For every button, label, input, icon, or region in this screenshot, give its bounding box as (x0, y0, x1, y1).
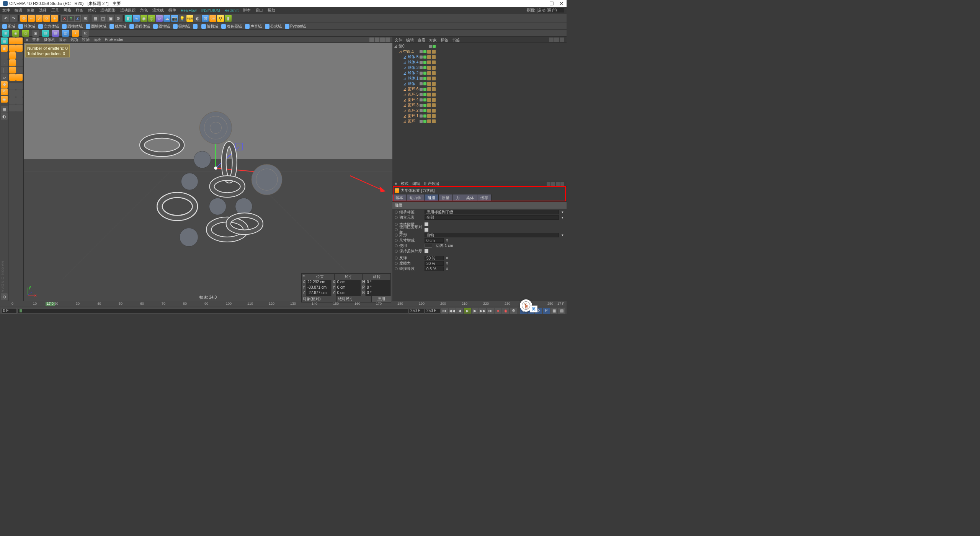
tp-1[interactable] (9, 38, 16, 44)
or-button[interactable]: OR (209, 15, 216, 22)
sub2-btn-2[interactable]: ◎ (22, 30, 29, 37)
sub2-btn-1[interactable]: ◉ (12, 30, 19, 37)
psr-button[interactable]: PSR (186, 15, 193, 22)
menu-文件[interactable]: 文件 (2, 8, 10, 13)
display-shade-button[interactable]: ◐ (1, 113, 8, 120)
vp-menu-过滤[interactable]: 过滤 (82, 37, 90, 42)
cube-button[interactable]: ◧ (125, 15, 132, 22)
tp-5[interactable] (9, 52, 16, 59)
menu-插件[interactable]: 插件 (168, 8, 176, 13)
next-key-button[interactable]: ▶▶ (479, 308, 486, 314)
rotate-button[interactable]: ⟳ (43, 15, 50, 22)
timeline-in[interactable] (2, 308, 17, 314)
sub2-btn-4[interactable]: ⊡ (42, 30, 49, 37)
prev-key-button[interactable]: ◀◀ (449, 308, 456, 314)
tp-3[interactable] (9, 45, 16, 52)
attr-tab-质量[interactable]: 质量 (439, 194, 453, 201)
attr-num-尺寸增减[interactable]: 0 cm (425, 238, 444, 243)
sub-[interactable] (193, 24, 198, 29)
object-mode-button[interactable]: ▣ (1, 45, 8, 52)
tp-20[interactable] (16, 105, 23, 111)
sub-Python域[interactable]: Python域 (285, 24, 306, 29)
sub2-btn-6[interactable]: ◫ (62, 30, 69, 37)
coord-mode-select[interactable]: 对象(相对) (302, 296, 337, 302)
tag-button[interactable]: ◐ (194, 15, 201, 22)
attr-tab-碰撞[interactable]: 碰撞 (425, 194, 439, 201)
menu-工具[interactable]: 工具 (51, 8, 59, 13)
tree-item-圆环.3[interactable]: ⊿圆环.3 (393, 103, 566, 108)
attr-tab-基本[interactable]: 基本 (392, 194, 407, 201)
redo-button[interactable]: ↷ (10, 15, 17, 22)
coord-system-button[interactable]: ⊞ (82, 15, 88, 22)
vp-menu-选项[interactable]: 选项 (70, 37, 78, 42)
menu-INSYDIUM[interactable]: INSYDIUM (201, 8, 220, 13)
menu-帮助[interactable]: 帮助 (268, 8, 275, 13)
volume-button[interactable]: ▮ (225, 15, 232, 22)
sub-图域[interactable]: 图域 (2, 24, 15, 29)
sub-着色器域[interactable]: 着色器域 (221, 24, 242, 29)
attr-menu-mode[interactable]: 模式 (401, 181, 408, 186)
attr-cb-保持柔体外形[interactable]: ✓ (425, 249, 428, 253)
coord-hamburger[interactable]: ≡ (302, 274, 306, 280)
tp-16[interactable] (16, 90, 23, 97)
key-pla-button[interactable]: ▦ (550, 308, 557, 314)
tp-9[interactable] (9, 67, 16, 74)
tp-4[interactable] (16, 45, 23, 52)
object-tree[interactable]: ⊿复0⊿空白.1⊿球体.5⊿球体.4⊿球体.3⊿球体.2⊿球体.1⊿球体⊿圆环.… (392, 43, 567, 181)
tree-item-复0[interactable]: ⊿复0 (393, 44, 566, 49)
spline-button[interactable]: ∿ (133, 15, 140, 22)
objtab-查看[interactable]: 查看 (418, 38, 425, 42)
timeline-out[interactable] (409, 308, 424, 314)
coord-size-mode[interactable]: 绝对尺寸 (337, 296, 372, 302)
attr-num-摩擦力[interactable]: 30 % (425, 261, 444, 266)
tree-item-圆环.5[interactable]: ⊿圆环.5 (393, 92, 566, 97)
sub-远程体域[interactable]: 远程体域 (129, 24, 150, 29)
tree-item-球体[interactable]: ⊿球体 (393, 81, 566, 87)
3d-viewport[interactable]: Number of emitters: 0 Total live particl… (24, 43, 392, 301)
camera-button[interactable]: 📷 (171, 15, 178, 22)
objtab-对象[interactable]: 对象 (429, 38, 437, 42)
vp-icon-1[interactable] (369, 38, 374, 42)
vp-icon-4[interactable] (385, 38, 390, 42)
tp-17[interactable] (9, 97, 16, 104)
attr-field-外形[interactable]: 自动 (425, 233, 559, 237)
mograph-button[interactable]: ⊡ (202, 15, 209, 22)
sub-随机域[interactable]: 随机域 (201, 24, 218, 29)
minimize-button[interactable]: — (539, 1, 544, 7)
tree-item-圆环[interactable]: ⊿圆环 (393, 119, 566, 124)
generator-button[interactable]: ◎ (148, 15, 155, 22)
menu-运动跟踪[interactable]: 运动跟踪 (120, 8, 136, 13)
tree-item-球体.3[interactable]: ⊿球体.3 (393, 65, 566, 70)
maximize-button[interactable]: ☐ (549, 1, 554, 7)
menu-网格[interactable]: 网格 (64, 8, 71, 13)
move-button[interactable]: ↔ (28, 15, 35, 22)
close-button[interactable]: ✕ (559, 1, 564, 7)
attr-menu-edit[interactable]: 编辑 (412, 181, 420, 186)
objtab-文件[interactable]: 文件 (395, 38, 402, 42)
objtab-标签[interactable]: 标签 (441, 38, 448, 42)
attr-tab-缓存[interactable]: 缓存 (477, 194, 492, 201)
sub-线性域[interactable]: 线性域 (153, 24, 170, 29)
menu-脚本[interactable]: 脚本 (243, 8, 251, 13)
tp-2[interactable] (16, 38, 23, 44)
tp-8[interactable] (16, 59, 23, 66)
attr-cb-本体碰撞[interactable]: ✓ (425, 222, 428, 226)
tp-13[interactable] (9, 83, 16, 90)
record-button[interactable]: ● (495, 308, 501, 314)
menu-选择[interactable]: 选择 (39, 8, 47, 13)
sub2-btn-8[interactable]: fx (82, 30, 89, 37)
menu-编辑[interactable]: 编辑 (15, 8, 22, 13)
uv-mode-button[interactable]: S (1, 88, 8, 95)
menu-窗口[interactable]: 窗口 (255, 8, 263, 13)
attr-num-反弹[interactable]: 50 % (425, 256, 444, 260)
menu-体积[interactable]: 体积 (88, 8, 96, 13)
model-mode-button[interactable]: ▦ (1, 38, 8, 44)
vp-menu-显示[interactable]: 显示 (59, 37, 67, 42)
autokey-button[interactable]: ◉ (502, 308, 509, 314)
attr-tab-力[interactable]: 力 (453, 194, 463, 201)
attr-num-碰撞噪波[interactable]: 0.5 % (425, 266, 444, 271)
tree-item-空白.1[interactable]: ⊿空白.1 (393, 49, 566, 54)
tp-15[interactable] (9, 90, 16, 97)
tree-item-圆环.1[interactable]: ⊿圆环.1 (393, 113, 566, 119)
tool6-button[interactable]: ◉ (1, 96, 8, 103)
